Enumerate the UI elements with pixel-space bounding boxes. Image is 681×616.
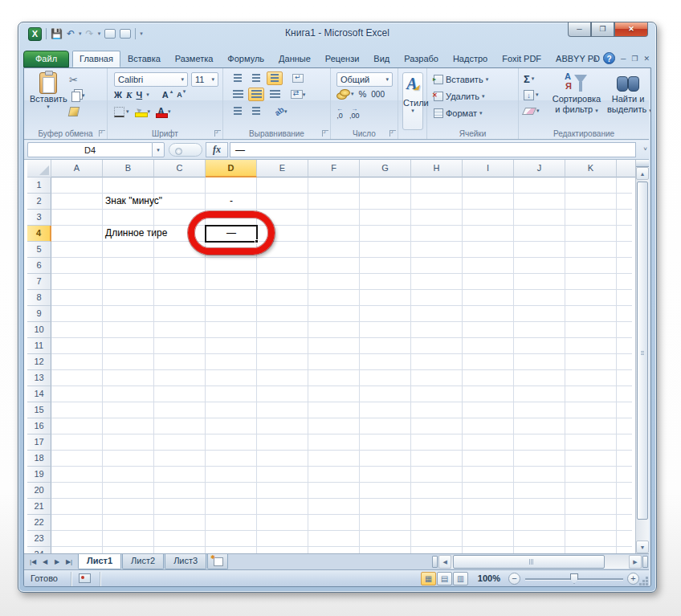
- italic-button[interactable]: К: [126, 90, 132, 100]
- column-header-A[interactable]: A: [51, 160, 103, 177]
- dialog-launcher-icon[interactable]: [322, 130, 328, 137]
- copy-dropdown-icon[interactable]: ▾: [82, 92, 85, 99]
- row-header-15[interactable]: 15: [27, 402, 51, 418]
- tab-Главная[interactable]: Главная: [72, 51, 120, 67]
- number-format-combo[interactable]: Общий▾: [336, 72, 393, 87]
- tab-Рецензи[interactable]: Рецензи: [318, 51, 367, 67]
- align-left-button[interactable]: [230, 88, 246, 101]
- collapse-ribbon-icon[interactable]: ∧: [592, 55, 597, 63]
- row-header-8[interactable]: 8: [27, 290, 51, 306]
- row-header-1[interactable]: 1: [27, 177, 51, 194]
- help-icon[interactable]: ?: [603, 52, 615, 64]
- horizontal-scrollbar[interactable]: ◀ ▶: [438, 555, 642, 569]
- font-size-combo[interactable]: 11▾: [191, 72, 218, 87]
- cell-D2[interactable]: -: [206, 194, 257, 210]
- font-size-dropdown-icon[interactable]: ▾: [211, 76, 214, 83]
- vertical-scrollbar[interactable]: ▲ ▼: [635, 160, 649, 553]
- row-header-16[interactable]: 16: [27, 418, 51, 434]
- tab-split-handle[interactable]: [432, 556, 438, 568]
- prev-sheet-icon[interactable]: ◀: [39, 558, 51, 565]
- row-header-2[interactable]: 2: [27, 194, 51, 210]
- first-sheet-icon[interactable]: |◀: [27, 558, 39, 565]
- number-format-dropdown-icon[interactable]: ▾: [385, 76, 389, 83]
- tab-Данные[interactable]: Данные: [271, 51, 318, 67]
- row-header-17[interactable]: 17: [27, 434, 51, 451]
- row-header-9[interactable]: 9: [27, 306, 51, 322]
- font-color-button[interactable]: А▾: [156, 106, 171, 117]
- close-button[interactable]: ✕: [614, 22, 648, 37]
- column-header-B[interactable]: B: [103, 160, 154, 177]
- vertical-scroll-thumb[interactable]: [637, 182, 648, 520]
- insert-function-button[interactable]: fx: [206, 142, 228, 157]
- bold-button[interactable]: Ж: [114, 90, 122, 100]
- insert-cells-button[interactable]: Вставить▾: [434, 72, 488, 86]
- format-cells-button[interactable]: Формат▾: [434, 106, 483, 120]
- borders-button[interactable]: ▾: [114, 107, 129, 117]
- workbook-minimize-icon[interactable]: ─: [621, 55, 626, 63]
- comma-style-button[interactable]: 000: [371, 90, 385, 99]
- sheet-tab-Лист3[interactable]: Лист3: [165, 554, 206, 569]
- last-sheet-icon[interactable]: ▶|: [63, 558, 75, 565]
- fill-color-button[interactable]: ▾: [135, 107, 151, 117]
- name-box-dropdown-icon[interactable]: ▾: [152, 142, 165, 157]
- fill-button[interactable]: ↓▾: [524, 88, 540, 101]
- row-header-22[interactable]: 22: [27, 515, 51, 531]
- align-bottom-button[interactable]: [267, 71, 283, 85]
- orientation-button[interactable]: ab▾: [273, 104, 289, 118]
- scroll-down-icon[interactable]: ▼: [636, 541, 649, 553]
- next-sheet-icon[interactable]: ▶: [51, 558, 63, 565]
- grid-cells[interactable]: Знак "минус"-Длинное тире—: [51, 177, 632, 553]
- percent-style-button[interactable]: %: [359, 89, 367, 99]
- row-header-23[interactable]: 23: [27, 531, 51, 547]
- cell-B2[interactable]: Знак "минус": [103, 194, 165, 210]
- row-header-7[interactable]: 7: [27, 274, 51, 290]
- decrease-indent-button[interactable]: [230, 104, 246, 118]
- row-header-20[interactable]: 20: [27, 483, 51, 499]
- horizontal-scroll-thumb[interactable]: [453, 555, 605, 569]
- increase-indent-button[interactable]: [248, 104, 264, 118]
- wrap-text-button[interactable]: [290, 71, 306, 85]
- autosum-button[interactable]: Σ▾: [524, 72, 540, 85]
- zoom-in-button[interactable]: +: [627, 573, 639, 585]
- delete-cells-button[interactable]: Удалить▾: [434, 89, 485, 103]
- page-layout-view-button[interactable]: ▤: [437, 572, 452, 585]
- tab-file[interactable]: Файл: [23, 51, 69, 67]
- dialog-launcher-icon[interactable]: [99, 130, 105, 137]
- workbook-restore-icon[interactable]: ❐: [631, 55, 638, 63]
- underline-dropdown-icon[interactable]: ▾: [146, 92, 149, 98]
- align-right-button[interactable]: [267, 88, 283, 101]
- find-select-button[interactable]: Найти ивыделить ▾: [607, 71, 649, 116]
- row-header-21[interactable]: 21: [27, 499, 51, 515]
- tab-Foxit PDF[interactable]: Foxit PDF: [495, 51, 548, 67]
- row-header-12[interactable]: 12: [27, 354, 51, 370]
- zoom-out-button[interactable]: −: [508, 573, 520, 585]
- column-header-H[interactable]: H: [411, 160, 463, 177]
- sort-filter-button[interactable]: А Я Сортировкаи фильтр ▾: [548, 71, 606, 116]
- dialog-launcher-icon[interactable]: [389, 130, 396, 137]
- row-header-3[interactable]: 3: [27, 210, 51, 226]
- column-header-C[interactable]: C: [154, 160, 206, 177]
- normal-view-button[interactable]: ▦: [421, 572, 436, 585]
- row-header-10[interactable]: 10: [27, 322, 51, 338]
- font-family-combo[interactable]: Calibri▾: [114, 72, 188, 87]
- row-header-6[interactable]: 6: [27, 258, 51, 274]
- column-header-I[interactable]: I: [463, 160, 514, 177]
- decrease-decimal-button[interactable]: →,00: [349, 105, 360, 120]
- column-header-partial[interactable]: [617, 160, 635, 177]
- scroll-left-icon[interactable]: ◀: [438, 555, 451, 569]
- row-header-18[interactable]: 18: [27, 451, 51, 467]
- tab-Разметка[interactable]: Разметка: [168, 51, 221, 67]
- macro-record-icon[interactable]: [79, 573, 91, 583]
- name-box[interactable]: D4: [27, 142, 152, 157]
- paste-dropdown-icon[interactable]: ▾: [30, 104, 67, 110]
- insert-worksheet-button[interactable]: [207, 554, 228, 569]
- column-header-G[interactable]: G: [360, 160, 411, 177]
- copy-button[interactable]: ▾: [69, 89, 85, 102]
- clear-button[interactable]: ▾: [524, 104, 540, 117]
- tab-Формуль[interactable]: Формуль: [220, 51, 271, 67]
- row-header-4[interactable]: 4: [27, 226, 51, 242]
- minimize-button[interactable]: ─: [568, 22, 591, 37]
- tab-Разрабо[interactable]: Разрабо: [397, 51, 446, 67]
- font-family-dropdown-icon[interactable]: ▾: [181, 76, 184, 83]
- grow-font-button[interactable]: А: [162, 90, 169, 100]
